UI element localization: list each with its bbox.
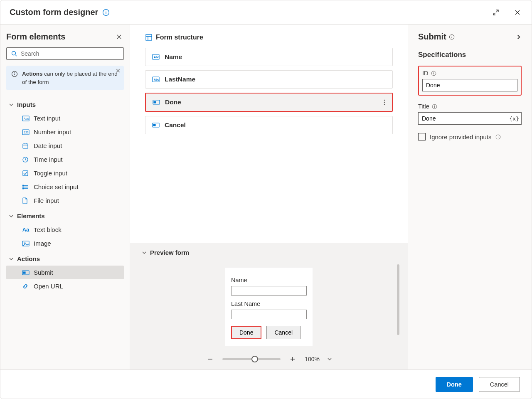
image-icon — [22, 241, 30, 246]
close-icon[interactable] — [512, 7, 522, 17]
preview-lastname-label: Last Name — [231, 300, 307, 307]
preview-done-button[interactable]: Done — [231, 326, 261, 339]
svg-point-59 — [434, 105, 435, 106]
button-icon — [152, 123, 160, 128]
search-input[interactable] — [6, 47, 124, 60]
group-inputs-label: Inputs — [17, 101, 36, 108]
titlebar: Custom form designer — [0, 0, 532, 25]
group-inputs[interactable]: Inputs — [6, 98, 124, 111]
item-text-input[interactable]: AbcText input — [6, 111, 124, 125]
ignore-label: Ignore provided inputs — [430, 133, 491, 140]
specifications-heading: Specifications — [418, 51, 522, 59]
banner-close-icon[interactable] — [116, 68, 121, 73]
preview-name-input[interactable] — [231, 286, 307, 296]
preview-cancel-button[interactable]: Cancel — [266, 326, 300, 339]
item-image[interactable]: Image — [6, 236, 124, 250]
info-icon[interactable] — [495, 134, 501, 140]
properties-panel: Submit Specifications ID Title — [408, 25, 532, 369]
info-circle-icon — [11, 71, 18, 86]
right-heading: Submit — [418, 32, 446, 42]
ignore-checkbox[interactable] — [418, 133, 426, 140]
group-actions[interactable]: Actions — [6, 252, 124, 266]
sidebar-heading: Form elements — [6, 32, 65, 42]
info-icon[interactable] — [431, 71, 436, 76]
zoom-slider[interactable] — [222, 358, 281, 360]
group-elements-label: Elements — [17, 212, 45, 219]
form-structure-heading: Form structure — [145, 34, 393, 41]
button-icon — [22, 270, 30, 275]
svg-point-53 — [451, 35, 452, 36]
title-input[interactable] — [418, 112, 522, 125]
sidebar-close-icon[interactable] — [114, 32, 124, 42]
preview-heading[interactable]: Preview form — [142, 249, 396, 256]
struct-card-cancel[interactable]: Cancel — [145, 116, 393, 134]
preview-scrollbar[interactable] — [397, 264, 399, 335]
svg-point-29 — [23, 188, 24, 189]
svg-rect-47 — [153, 124, 155, 126]
number-icon: 123 — [22, 129, 30, 135]
item-open-url[interactable]: Open URL — [6, 279, 124, 293]
info-icon[interactable] — [449, 34, 455, 40]
svg-text:Abc: Abc — [154, 56, 159, 59]
item-toggle-input[interactable]: Toggle input — [6, 166, 124, 180]
item-time-input[interactable]: Time input — [6, 153, 124, 166]
fx-badge[interactable]: {x} — [510, 116, 519, 122]
item-text-block[interactable]: AaText block — [6, 223, 124, 236]
file-icon — [22, 197, 30, 204]
item-submit[interactable]: Submit — [6, 266, 124, 279]
struct-card-done[interactable]: Done — [145, 93, 393, 112]
footer: Done Cancel — [0, 369, 532, 399]
id-field-block: ID — [418, 66, 522, 96]
text-icon: Abc — [152, 54, 160, 60]
maximize-icon[interactable] — [491, 7, 501, 17]
svg-point-27 — [23, 185, 24, 186]
svg-line-8 — [15, 55, 17, 56]
cancel-button[interactable]: Cancel — [479, 377, 520, 392]
chevron-down-icon[interactable] — [327, 357, 332, 362]
item-file-input[interactable]: File input — [6, 194, 124, 207]
svg-text:Abc: Abc — [154, 78, 159, 81]
struct-card-lastname[interactable]: Abc LastName — [145, 70, 393, 89]
search-field[interactable] — [21, 50, 119, 57]
group-actions-label: Actions — [17, 255, 40, 262]
link-icon — [22, 283, 30, 290]
struct-card-name[interactable]: Abc Name — [145, 48, 393, 66]
zoom-controls: 100% — [142, 352, 396, 364]
svg-point-7 — [12, 52, 16, 55]
banner-strong: Actions — [22, 71, 43, 77]
sidebar: Form elements Actions can only be placed… — [0, 25, 130, 369]
zoom-value: 100% — [305, 356, 320, 362]
id-input[interactable] — [422, 79, 517, 91]
title-field-block: Title {x} — [418, 103, 522, 125]
zoom-out-button[interactable] — [206, 355, 215, 364]
svg-rect-34 — [146, 34, 152, 40]
more-icon[interactable] — [384, 99, 385, 105]
preview-lastname-input[interactable] — [231, 310, 307, 319]
title-label: Title — [418, 103, 429, 110]
done-button[interactable]: Done — [436, 377, 473, 392]
info-banner: Actions can only be placed at the end of… — [6, 66, 124, 90]
ignore-inputs-row[interactable]: Ignore provided inputs — [418, 133, 522, 140]
chevron-right-icon[interactable] — [516, 34, 522, 40]
info-icon[interactable] — [102, 9, 110, 16]
info-icon[interactable] — [432, 104, 437, 109]
svg-text:Abc: Abc — [24, 117, 29, 120]
svg-point-28 — [23, 187, 24, 187]
svg-point-2 — [106, 10, 106, 11]
group-elements[interactable]: Elements — [6, 209, 124, 223]
id-label: ID — [422, 70, 429, 76]
preview-panel: Preview form Name Last Name Done Cancel — [130, 243, 408, 369]
item-choice-set-input[interactable]: Choice set input — [6, 180, 124, 194]
svg-point-56 — [433, 72, 433, 72]
list-icon — [22, 184, 30, 190]
svg-point-11 — [14, 72, 15, 73]
svg-rect-18 — [23, 144, 28, 148]
zoom-in-button[interactable] — [288, 355, 297, 364]
svg-rect-23 — [23, 171, 28, 176]
checkbox-icon — [22, 170, 30, 177]
svg-rect-42 — [154, 101, 156, 103]
text-icon: Abc — [152, 76, 160, 82]
preview-form-card: Name Last Name Done Cancel — [225, 268, 313, 346]
item-date-input[interactable]: Date input — [6, 139, 124, 153]
item-number-input[interactable]: 123Number input — [6, 125, 124, 139]
